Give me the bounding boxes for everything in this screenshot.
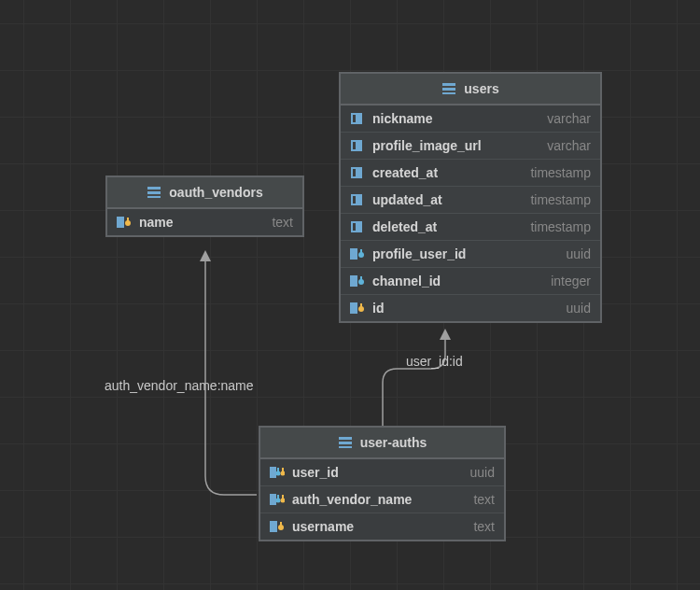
column-row[interactable]: deleted_at timestamp: [341, 214, 600, 241]
column-row[interactable]: created_at timestamp: [341, 160, 600, 187]
svg-rect-19: [351, 221, 362, 232]
svg-rect-30: [339, 437, 352, 440]
column-row[interactable]: user_id uuid: [260, 459, 504, 486]
fkpk-icon: [270, 464, 287, 481]
column-type: text: [473, 492, 495, 507]
svg-rect-2: [147, 187, 161, 190]
column-icon: [350, 110, 367, 127]
svg-rect-14: [353, 142, 356, 149]
fk-icon: [350, 273, 367, 289]
pk-icon: [117, 214, 133, 231]
fk-icon: [350, 246, 367, 262]
column-row[interactable]: nickname varchar: [341, 105, 600, 133]
column-type: uuid: [470, 465, 495, 480]
column-name: channel_id: [372, 274, 545, 288]
svg-rect-43: [270, 521, 277, 532]
table-icon: [441, 80, 458, 97]
column-row[interactable]: username text: [260, 513, 504, 540]
column-row[interactable]: profile_image_url varchar: [341, 133, 600, 160]
svg-rect-10: [442, 92, 455, 94]
svg-rect-9: [442, 88, 455, 91]
svg-rect-24: [350, 275, 357, 287]
svg-rect-12: [353, 115, 356, 122]
column-name: name: [139, 215, 266, 230]
svg-rect-8: [442, 83, 455, 86]
column-name: nickname: [372, 111, 541, 126]
column-row[interactable]: profile_user_id uuid: [341, 241, 600, 268]
svg-rect-17: [351, 194, 362, 205]
column-name: created_at: [372, 165, 525, 180]
svg-rect-21: [350, 248, 357, 260]
column-row[interactable]: name text: [107, 209, 302, 235]
column-row[interactable]: updated_at timestamp: [341, 187, 600, 214]
svg-rect-5: [117, 217, 124, 228]
diagram-canvas[interactable]: oauth_vendors name text users nickname v…: [0, 0, 700, 590]
table-user-auths[interactable]: user-auths user_id uuid auth_vendor_name…: [259, 426, 506, 541]
column-type: timestamp: [530, 192, 591, 207]
column-name: profile_image_url: [372, 138, 541, 153]
fkpk-icon: [270, 491, 287, 508]
column-row[interactable]: id uuid: [341, 295, 600, 321]
column-type: timestamp: [530, 219, 591, 234]
svg-rect-45: [280, 522, 282, 527]
table-title: oauth_vendors: [169, 185, 262, 200]
column-type: uuid: [567, 301, 591, 316]
column-icon: [350, 191, 367, 208]
table-title: user-auths: [360, 435, 427, 450]
svg-rect-7: [127, 218, 129, 222]
svg-rect-13: [351, 140, 362, 151]
column-icon: [350, 218, 367, 235]
column-name: username: [292, 519, 468, 534]
column-type: varchar: [547, 138, 591, 153]
column-name: deleted_at: [372, 219, 525, 234]
svg-rect-20: [353, 223, 356, 231]
column-type: varchar: [547, 111, 591, 126]
column-type: integer: [551, 274, 591, 288]
svg-rect-3: [147, 191, 161, 194]
column-type: text: [272, 215, 293, 230]
column-type: timestamp: [530, 165, 591, 180]
column-type: uuid: [567, 246, 591, 261]
column-name: user_id: [292, 465, 465, 480]
svg-rect-16: [353, 169, 356, 176]
table-icon: [147, 184, 163, 201]
pk-icon: [270, 518, 287, 535]
column-name: profile_user_id: [372, 246, 561, 261]
svg-rect-23: [360, 249, 362, 254]
column-icon: [350, 137, 367, 154]
svg-rect-11: [351, 113, 362, 124]
column-icon: [350, 164, 367, 181]
svg-rect-38: [270, 494, 276, 505]
table-users[interactable]: users nickname varchar profile_image_url…: [339, 72, 602, 323]
svg-rect-15: [351, 167, 362, 178]
table-header: users: [341, 74, 600, 105]
svg-rect-32: [339, 446, 352, 448]
table-header: oauth_vendors: [107, 177, 302, 209]
svg-rect-33: [270, 467, 276, 478]
relation-label: auth_vendor_name:name: [105, 378, 254, 393]
table-title: users: [464, 81, 498, 96]
column-row[interactable]: auth_vendor_name text: [260, 486, 504, 513]
column-type: text: [473, 519, 495, 534]
svg-rect-27: [350, 302, 357, 314]
table-oauth-vendors[interactable]: oauth_vendors name text: [105, 176, 304, 237]
svg-rect-31: [339, 442, 352, 444]
svg-marker-0: [440, 329, 451, 340]
column-name: updated_at: [372, 192, 525, 207]
svg-rect-40: [277, 495, 279, 499]
pk-icon: [350, 300, 367, 316]
svg-rect-35: [277, 468, 279, 472]
svg-rect-29: [360, 303, 362, 308]
column-row[interactable]: channel_id integer: [341, 268, 600, 295]
svg-rect-26: [360, 276, 362, 281]
column-name: id: [372, 301, 561, 316]
svg-rect-37: [282, 468, 284, 472]
relation-label: user_id:id: [406, 354, 463, 369]
svg-rect-4: [147, 196, 161, 198]
svg-marker-1: [200, 250, 211, 261]
column-name: auth_vendor_name: [292, 492, 468, 507]
table-header: user-auths: [260, 428, 504, 459]
svg-rect-18: [353, 196, 356, 204]
svg-rect-42: [282, 495, 284, 499]
table-icon: [338, 434, 355, 451]
